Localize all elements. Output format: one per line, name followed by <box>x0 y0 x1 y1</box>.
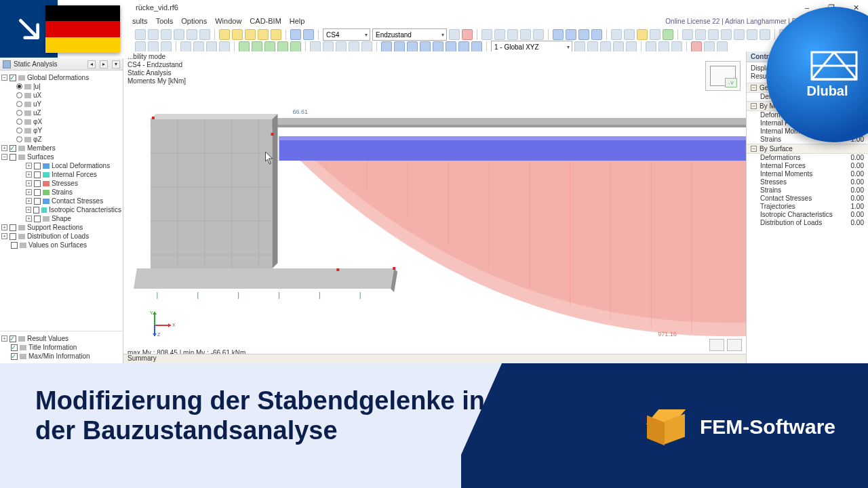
ctrl-row[interactable]: Trajectories1.00 <box>747 203 868 211</box>
tree-phiz[interactable]: φZ <box>33 135 42 144</box>
tree-distribution-loads[interactable]: Distribution of Loads <box>27 232 89 241</box>
tree-stresses[interactable]: Stresses <box>52 179 78 188</box>
tb-icon[interactable] <box>462 29 473 40</box>
tb-icon[interactable] <box>721 29 732 40</box>
tb-icon[interactable] <box>433 41 443 52</box>
tb-icon[interactable] <box>264 41 275 52</box>
menu-window[interactable]: Window <box>215 17 241 25</box>
checkbox[interactable] <box>34 216 41 222</box>
expand-icon[interactable]: + <box>26 189 32 195</box>
tb-icon[interactable] <box>646 41 656 52</box>
tb-icon[interactable] <box>671 41 682 52</box>
expand-icon[interactable]: + <box>26 171 32 178</box>
tb-icon[interactable] <box>747 29 757 40</box>
checkbox[interactable] <box>9 224 16 231</box>
tb-icon[interactable] <box>734 29 745 40</box>
tb-icon[interactable] <box>637 29 648 40</box>
model-viewport[interactable]: ...bility mode CS4 - Endzustand Static A… <box>123 52 746 363</box>
tb-icon[interactable] <box>135 29 146 40</box>
menu-help[interactable]: Help <box>290 17 305 25</box>
tree-uz[interactable]: uZ <box>33 108 41 117</box>
checkbox[interactable] <box>34 171 41 178</box>
tb-icon[interactable] <box>135 41 146 52</box>
expand-icon[interactable]: − <box>1 75 7 81</box>
checkbox[interactable] <box>34 189 41 196</box>
tb-icon[interactable] <box>613 41 624 52</box>
checkbox[interactable] <box>9 154 16 161</box>
panel-prev-button[interactable]: ◂ <box>87 60 96 68</box>
ctrl-row[interactable]: Isotropic Characteristics0.00 <box>747 211 868 219</box>
tb-icon[interactable] <box>290 41 301 52</box>
tb-icon[interactable] <box>310 41 321 52</box>
tb-icon[interactable] <box>553 29 564 40</box>
tb-icon[interactable] <box>449 29 460 40</box>
tb-icon[interactable] <box>533 29 544 40</box>
radio[interactable] <box>16 83 22 89</box>
tb-icon[interactable] <box>717 41 728 52</box>
menu-options[interactable]: Options <box>181 17 207 25</box>
ctrl-row[interactable]: Deformations0.00 <box>747 154 868 162</box>
tree-uy[interactable]: uY <box>33 100 41 108</box>
tb-icon[interactable] <box>232 29 243 40</box>
panel-menu-button[interactable]: ▾ <box>112 60 120 68</box>
tree-members[interactable]: Members <box>27 144 56 152</box>
tb-icon[interactable] <box>219 41 230 52</box>
ctrl-row[interactable]: Distribution of Loads0.00 <box>747 219 868 227</box>
tb-icon[interactable] <box>760 29 770 40</box>
tree-global-deformations[interactable]: Global Deformations <box>27 73 89 82</box>
tb-icon[interactable] <box>471 41 482 52</box>
expand-icon[interactable]: + <box>1 233 7 239</box>
tb-icon[interactable] <box>252 41 262 52</box>
tb-icon[interactable] <box>591 29 602 40</box>
checkbox[interactable] <box>9 233 16 240</box>
expand-icon[interactable]: − <box>1 154 7 160</box>
tree-local-def[interactable]: Local Deformations <box>52 161 110 170</box>
radio[interactable] <box>16 136 22 142</box>
tb-icon[interactable] <box>271 29 281 40</box>
tree-strains[interactable]: Strains <box>52 188 73 197</box>
tb-icon[interactable] <box>193 41 204 52</box>
tree-values-surfaces[interactable]: Values on Surfaces <box>28 241 87 249</box>
ctrl-row[interactable]: Contact Stresses0.00 <box>747 195 868 203</box>
radio[interactable] <box>16 110 22 116</box>
tree-isotropic[interactable]: Isotropic Characteristics <box>49 205 121 214</box>
tree-contact-stresses[interactable]: Contact Stresses <box>52 197 103 205</box>
tb-icon[interactable] <box>650 29 660 40</box>
expand-icon[interactable]: + <box>26 207 31 213</box>
checkbox[interactable] <box>34 163 41 169</box>
checkbox[interactable] <box>11 242 18 249</box>
tb-icon[interactable] <box>507 29 518 40</box>
panel-next-button[interactable]: ▸ <box>100 60 108 68</box>
tb-icon[interactable] <box>258 29 269 40</box>
tb-icon[interactable] <box>199 29 210 40</box>
tb-icon[interactable] <box>186 29 197 40</box>
tb-icon[interactable] <box>446 41 456 52</box>
tb-icon[interactable] <box>626 41 637 52</box>
menu-cadbim[interactable]: CAD-BIM <box>250 17 281 25</box>
tb-icon[interactable] <box>663 29 673 40</box>
ctrl-row[interactable]: Strains0.00 <box>747 186 868 195</box>
tb-icon[interactable] <box>394 41 405 52</box>
checkbox[interactable] <box>34 180 41 187</box>
tb-icon[interactable] <box>148 29 159 40</box>
view-cube-face[interactable]: -Y <box>725 78 737 87</box>
checkbox[interactable] <box>9 145 16 152</box>
tree-maxmin-info[interactable]: Max/Min Information <box>28 352 90 361</box>
tree-support-reactions[interactable]: Support Reactions <box>27 223 83 232</box>
menu-tools[interactable]: Tools <box>156 17 174 25</box>
tb-icon[interactable] <box>704 41 715 52</box>
tb-icon[interactable] <box>695 29 706 40</box>
expand-icon[interactable]: + <box>1 336 7 342</box>
checkbox[interactable] <box>33 207 39 214</box>
viewport-view-button[interactable] <box>727 339 742 351</box>
viewport-reset-button[interactable] <box>709 339 724 351</box>
tb-icon[interactable] <box>458 41 469 52</box>
tb-icon[interactable] <box>566 29 576 40</box>
expand-icon[interactable]: + <box>26 180 32 186</box>
expand-icon[interactable]: + <box>1 145 7 151</box>
radio[interactable] <box>16 127 22 134</box>
ctrl-row[interactable]: Internal Forces0.00 <box>747 162 868 170</box>
ctrl-row[interactable]: Internal Moments0.00 <box>747 170 868 178</box>
tb-icon[interactable] <box>336 41 347 52</box>
tree-result-values[interactable]: Result Values <box>27 334 68 343</box>
